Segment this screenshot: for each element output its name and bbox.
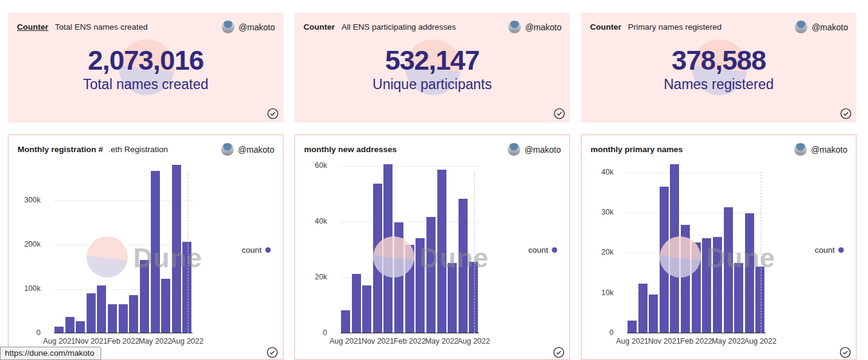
bar-aug-2021[interactable] — [55, 327, 64, 333]
counter-value: 532,147 — [294, 45, 570, 76]
widget-header: monthly new addresses @makoto — [295, 135, 569, 156]
author-handle[interactable]: @makoto — [812, 22, 848, 32]
bar-oct-2021[interactable] — [649, 295, 658, 333]
legend-dot-icon — [552, 247, 557, 253]
x-axis-tick: Aug 2022 — [171, 337, 204, 345]
x-axis-tick: May 2022 — [425, 337, 459, 345]
bar-apr-2022[interactable] — [426, 217, 436, 333]
dune-logo-watermark — [660, 236, 701, 278]
bar-dec-2021[interactable] — [97, 285, 106, 333]
y-axis-tick: 10k — [601, 288, 614, 297]
gridline — [340, 166, 479, 167]
bar-oct-2021[interactable] — [362, 285, 371, 333]
chart-panel-monthly-registrations: Monthly registration # .eth Registration… — [8, 135, 283, 360]
current-period-dashed-line — [474, 172, 475, 333]
author-avatar[interactable] — [794, 143, 807, 156]
bar-aug-2021[interactable] — [628, 321, 637, 333]
author-handle[interactable]: @makoto — [525, 145, 561, 155]
dune-watermark-text: Dune — [706, 243, 775, 273]
y-axis-tick: 60k — [315, 161, 327, 170]
bar-nov-2021[interactable] — [87, 293, 96, 333]
x-axis-tick: Aug 2022 — [744, 337, 777, 345]
verified-check-icon[interactable] — [267, 108, 279, 119]
x-axis-tick: Aug 2021 — [616, 337, 649, 345]
bar-jun-2022[interactable] — [448, 263, 457, 333]
y-axis: 020k40k60k — [295, 161, 334, 333]
current-period-dashed-line — [761, 172, 761, 333]
bar-sep-2021[interactable] — [352, 274, 361, 333]
x-axis-tick: May 2022 — [139, 337, 172, 345]
query-title-link[interactable]: All ENS participating addresses — [342, 22, 456, 32]
legend-count[interactable]: count — [815, 245, 844, 255]
widget-header: monthly primary names @makoto — [581, 135, 856, 156]
y-axis-tick: 20k — [315, 273, 327, 281]
verified-check-icon[interactable] — [840, 108, 852, 119]
bar-feb-2022[interactable] — [119, 304, 128, 333]
chart-subtitle-link[interactable]: .eth Registration — [108, 145, 168, 154]
bar-sep-2021[interactable] — [65, 317, 75, 333]
bar-aug-2022[interactable] — [755, 267, 764, 333]
verified-check-icon[interactable] — [267, 347, 278, 358]
author-avatar[interactable] — [222, 21, 234, 33]
legend-count[interactable]: count — [242, 245, 271, 255]
y-axis-tick: 0 — [323, 328, 327, 337]
y-axis-tick: 0 — [609, 328, 614, 337]
counter-label: Total names created — [8, 76, 283, 93]
y-axis-tick: 40k — [601, 168, 614, 176]
query-title-link[interactable]: Total ENS names created — [55, 22, 148, 32]
y-axis-tick: 100k — [24, 284, 41, 293]
author-avatar[interactable] — [508, 21, 521, 33]
counter-value: 2,073,016 — [8, 45, 283, 76]
x-axis-tick: Nov 2021 — [362, 337, 394, 345]
widget-header: Monthly registration # .eth Registration… — [8, 135, 283, 156]
y-axis: 010k20k30k40k — [581, 161, 620, 333]
y-axis-tick: 0 — [36, 328, 41, 337]
x-axis: Aug 2021Nov 2021Feb 2022May 2022Aug 2022 — [54, 337, 193, 347]
chart-title-link[interactable]: Monthly registration # — [18, 145, 103, 154]
dune-logo-watermark — [87, 236, 128, 278]
author-handle[interactable]: @makoto — [238, 145, 274, 155]
x-axis-tick: Feb 2022 — [107, 337, 139, 345]
widget-type-label[interactable]: Counter — [17, 22, 48, 32]
query-title-link[interactable]: Primary names registered — [628, 22, 722, 32]
verified-check-icon[interactable] — [553, 347, 565, 358]
counter-card-participants: Counter All ENS participating addresses … — [294, 13, 570, 122]
author-handle[interactable]: @makoto — [239, 22, 275, 32]
author-handle[interactable]: @makoto — [525, 22, 562, 32]
counter-card-total-names: Counter Total ENS names created @makoto … — [8, 13, 283, 122]
counter-card-primary-names: Counter Primary names registered @makoto… — [581, 13, 856, 122]
bar-jan-2022[interactable] — [108, 304, 117, 333]
gridline — [627, 173, 766, 173]
bar-aug-2021[interactable] — [341, 310, 350, 333]
x-axis-tick: Feb 2022 — [680, 337, 712, 345]
x-axis: Aug 2021Nov 2021Feb 2022May 2022Aug 2022 — [340, 337, 479, 347]
widget-type-label[interactable]: Counter — [303, 22, 335, 32]
bar-sep-2021[interactable] — [638, 284, 648, 333]
dune-watermark-text: Dune — [133, 243, 202, 273]
y-axis: 0100k200k300k — [8, 161, 47, 333]
author-avatar[interactable] — [795, 21, 807, 33]
legend-dot-icon — [265, 247, 271, 253]
y-axis-tick: 20k — [601, 248, 614, 256]
chart-title-link[interactable]: monthly new addresses — [304, 145, 397, 154]
legend-dot-icon — [838, 247, 844, 253]
widget-header: Counter All ENS participating addresses … — [294, 13, 570, 33]
author-avatar[interactable] — [508, 143, 520, 156]
y-axis-tick: 40k — [315, 217, 327, 225]
dashboard: { "status_bar": { "link_preview": "https… — [0, 0, 868, 360]
author-handle[interactable]: @makoto — [811, 145, 847, 155]
x-axis-tick: Aug 2021 — [330, 337, 362, 345]
verified-check-icon[interactable] — [840, 347, 851, 358]
bar-jun-2022[interactable] — [161, 279, 170, 333]
bar-mar-2022[interactable] — [129, 295, 138, 333]
chart-title-link[interactable]: monthly primary names — [591, 145, 683, 154]
bar-oct-2021[interactable] — [76, 321, 85, 333]
bar-chart: 010k20k30k40k Aug 2021Nov 2021Feb 2022Ma… — [581, 135, 856, 359]
legend-count[interactable]: count — [528, 245, 557, 255]
widget-type-label[interactable]: Counter — [590, 22, 621, 32]
x-axis-tick: Aug 2021 — [43, 337, 76, 345]
author-avatar[interactable] — [221, 143, 234, 156]
bar-jun-2022[interactable] — [734, 263, 743, 333]
verified-check-icon[interactable] — [554, 108, 565, 119]
current-period-dashed-line — [188, 172, 188, 333]
